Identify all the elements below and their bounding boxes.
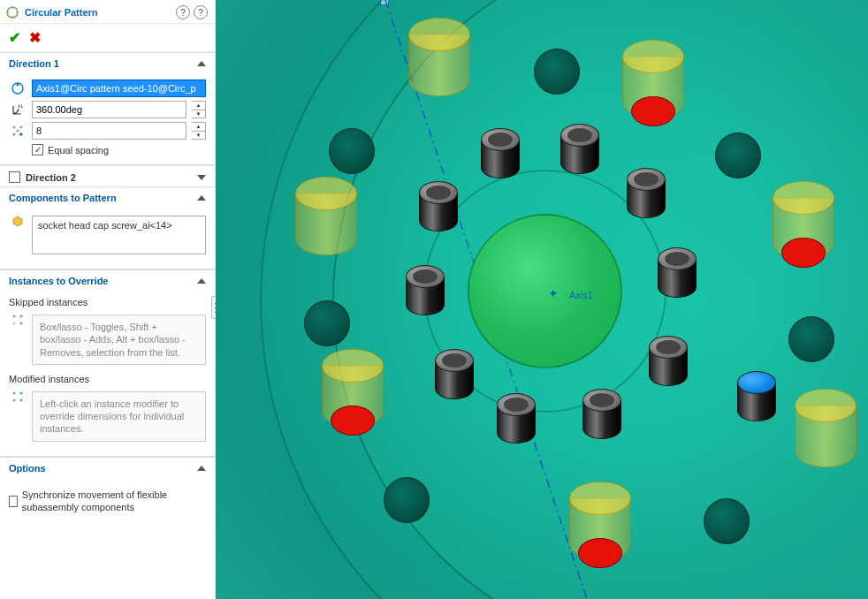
pattern-instance-preview[interactable]	[622, 40, 684, 128]
svg-point-16	[20, 322, 23, 325]
components-icon[interactable]	[9, 212, 27, 230]
instance-count-field[interactable]	[32, 122, 187, 140]
bolt-instance[interactable]	[419, 181, 458, 243]
svg-point-7	[13, 126, 16, 129]
pattern-instance-preview[interactable]	[773, 181, 834, 269]
skipped-instances-label: Skipped instances	[9, 297, 206, 307]
instances-count-icon[interactable]: #	[9, 122, 27, 140]
panel-header: Circular Pattern ? ?	[0, 0, 215, 24]
bolt-instance[interactable]	[406, 265, 445, 327]
svg-point-4	[6, 11, 9, 14]
svg-point-9	[13, 133, 16, 136]
help-icon[interactable]: ?	[194, 5, 208, 19]
components-header[interactable]: Components to Pattern	[0, 186, 215, 207]
pattern-axis-field[interactable]	[32, 80, 206, 97]
bolt-instance[interactable]	[582, 389, 621, 451]
modified-instances-label: Modified instances	[9, 374, 206, 384]
svg-point-18	[20, 391, 23, 394]
angle-icon[interactable]: A1	[9, 101, 27, 118]
direction1-header[interactable]: Direction 1	[0, 52, 215, 72]
through-hole[interactable]	[304, 300, 350, 346]
svg-point-1	[11, 6, 14, 9]
pattern-instance-preview[interactable]	[408, 18, 470, 106]
bolt-instance[interactable]	[658, 247, 697, 309]
direction2-header[interactable]: Direction 2	[0, 165, 215, 186]
direction2-title: Direction 2	[26, 172, 76, 183]
seed-component[interactable]	[737, 371, 776, 433]
chevron-up-icon	[197, 278, 206, 284]
axis-label[interactable]: Axis1	[569, 290, 593, 300]
bolt-instance[interactable]	[435, 349, 474, 411]
skipped-instances-box[interactable]: Box/lasso - Toggles, Shift + box/lasso -…	[32, 315, 206, 365]
through-hole[interactable]	[384, 477, 430, 523]
through-hole[interactable]	[788, 316, 834, 362]
chevron-up-icon	[197, 466, 206, 471]
axis-icon[interactable]	[9, 80, 27, 97]
through-hole[interactable]	[329, 128, 375, 174]
svg-point-15	[13, 322, 16, 325]
sync-label: Synchronize movement of flexible subasse…	[22, 489, 206, 514]
equal-spacing-checkbox[interactable]: ✓	[32, 144, 43, 155]
options-title: Options	[9, 463, 46, 474]
svg-point-17	[13, 391, 16, 394]
pattern-instance-preview[interactable]	[322, 349, 384, 437]
count-spinner[interactable]: ▲▼	[192, 122, 206, 140]
property-manager-panel: Circular Pattern ? ? ✔ ✖ Direction 1	[0, 0, 216, 599]
equal-spacing-label: Equal spacing	[48, 145, 109, 155]
direction2-checkbox[interactable]	[9, 171, 20, 183]
cancel-button[interactable]: ✖	[29, 29, 41, 46]
components-title: Components to Pattern	[9, 193, 117, 203]
svg-point-8	[20, 126, 23, 129]
skipped-icon[interactable]	[9, 311, 27, 329]
graphics-viewport[interactable]: ✦ Axis1	[216, 0, 868, 599]
instances-override-header[interactable]: Instances to Override	[0, 269, 215, 290]
through-hole[interactable]	[715, 133, 761, 178]
sync-checkbox[interactable]	[9, 496, 18, 507]
instances-override-title: Instances to Override	[9, 276, 109, 286]
bolt-instance[interactable]	[497, 393, 536, 455]
bolt-instance[interactable]	[560, 124, 599, 186]
chevron-down-icon	[197, 175, 206, 180]
through-hole[interactable]	[704, 498, 750, 544]
bolt-instance[interactable]	[481, 128, 520, 190]
angle-spinner[interactable]: ▲▼	[192, 101, 206, 118]
components-list[interactable]: socket head cap screw_ai<14>	[32, 216, 206, 254]
circular-pattern-icon	[5, 5, 19, 19]
svg-point-2	[16, 11, 19, 14]
pattern-instance-preview[interactable]	[295, 177, 357, 265]
chevron-up-icon	[197, 195, 206, 201]
center-hub[interactable]	[468, 214, 622, 368]
ok-button[interactable]: ✔	[9, 29, 20, 46]
svg-point-13	[13, 315, 16, 318]
svg-point-3	[11, 16, 14, 19]
confirm-row: ✔ ✖	[0, 24, 215, 52]
svg-point-19	[13, 398, 16, 401]
pattern-instance-preview[interactable]	[569, 481, 631, 570]
through-hole[interactable]	[534, 49, 580, 95]
bolt-instance[interactable]	[649, 336, 688, 398]
options-header[interactable]: Options	[0, 457, 215, 477]
modified-instances-box[interactable]: Left-click an instance modifier to overr…	[32, 391, 206, 442]
bolt-instance[interactable]	[627, 168, 666, 230]
modified-icon[interactable]	[9, 388, 27, 406]
svg-point-14	[20, 315, 23, 318]
chevron-up-icon	[197, 61, 206, 66]
direction1-title: Direction 1	[9, 58, 59, 69]
axis-origin-marker[interactable]: ✦	[550, 290, 557, 297]
svg-point-20	[20, 398, 23, 401]
context-help-icon[interactable]: ?	[176, 5, 190, 19]
component-item[interactable]: socket head cap screw_ai<14>	[38, 220, 200, 231]
angle-field[interactable]	[32, 101, 187, 118]
svg-text:A1: A1	[18, 103, 23, 109]
panel-title: Circular Pattern	[25, 7, 176, 18]
pattern-instance-preview[interactable]	[795, 389, 857, 477]
